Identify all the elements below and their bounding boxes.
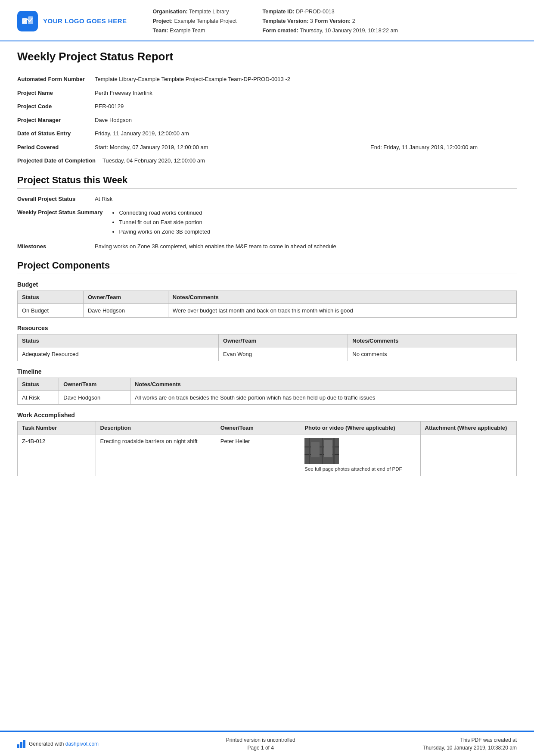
field-milestones: Milestones Paving works on Zone 3B compl…	[17, 242, 517, 251]
field-project-name: Project Name Perth Freeway Interlink	[17, 89, 517, 97]
resources-col-notes: Notes/Comments	[348, 334, 517, 347]
dashpivot-link[interactable]: dashpivot.com	[65, 741, 99, 747]
budget-owner: Dave Hodgson	[83, 304, 168, 318]
work-col-attach: Attachment (Where applicable)	[420, 422, 516, 434]
field-value-milestones: Paving works on Zone 3B completed, which…	[95, 242, 517, 251]
timeline-col-notes: Notes/Comments	[130, 378, 516, 391]
table-row: At Risk Dave Hodgson All works are on tr…	[18, 391, 517, 405]
work-col-task: Task Number	[18, 422, 96, 434]
budget-notes: Were over budget last month and back on …	[168, 304, 516, 318]
list-item: Connecting road works continued	[119, 208, 517, 218]
work-photo: See full page photos attached at end of …	[300, 434, 420, 476]
logo-text: YOUR LOGO GOES HERE	[43, 17, 127, 25]
svg-rect-6	[322, 438, 323, 464]
status-section-heading: Project Status this Week	[17, 175, 517, 189]
table-header-row: Status Owner/Team Notes/Comments	[18, 291, 517, 304]
field-label-project-code: Project Code	[17, 102, 95, 111]
table-header-row: Status Owner/Team Notes/Comments	[18, 378, 517, 391]
timeline-subsection-heading: Timeline	[17, 368, 517, 375]
resources-table: Status Owner/Team Notes/Comments Adequat…	[17, 334, 517, 361]
timeline-table: Status Owner/Team Notes/Comments At Risk…	[17, 378, 517, 405]
resources-col-status: Status	[18, 334, 219, 347]
field-value-weekly-summary: Connecting road works continued Tunnel f…	[109, 208, 517, 237]
field-project-code: Project Code PER-00129	[17, 102, 517, 111]
budget-subsection-heading: Budget	[17, 281, 517, 288]
field-label-milestones: Milestones	[17, 242, 95, 251]
svg-rect-7	[333, 438, 335, 464]
field-project-manager: Project Manager Dave Hodgson	[17, 116, 517, 125]
timeline-owner: Dave Hodgson	[59, 391, 130, 405]
field-date-status-entry: Date of Status Entry Friday, 11 January …	[17, 129, 517, 138]
timeline-notes: All works are on track besides the South…	[130, 391, 516, 405]
work-col-desc: Description	[96, 422, 216, 434]
work-attachment	[420, 434, 516, 476]
page-number: Page 1 of 4	[226, 744, 295, 752]
resources-notes: No comments	[348, 347, 517, 361]
logo-icon	[17, 11, 38, 31]
field-label-overall-status: Overall Project Status	[17, 195, 95, 203]
field-label-automated: Automated Form Number	[17, 75, 95, 84]
list-item: Tunnel fit out on East side portion	[119, 218, 517, 227]
field-value-project-code: PER-00129	[95, 102, 517, 111]
table-row: On Budget Dave Hodgson Were over budget …	[18, 304, 517, 318]
field-label-weekly-summary: Weekly Project Status Summary	[17, 208, 109, 217]
field-value-period-end: End: Friday, 11 January 2019, 12:00:00 a…	[370, 143, 517, 152]
field-value-overall-status: At Risk	[95, 195, 517, 203]
timeline-col-owner: Owner/Team	[59, 378, 130, 391]
resources-status: Adequately Resourced	[18, 347, 219, 361]
field-weekly-summary: Weekly Project Status Summary Connecting…	[17, 208, 517, 237]
work-col-owner: Owner/Team	[216, 422, 300, 434]
weekly-summary-list: Connecting road works continued Tunnel f…	[109, 208, 517, 237]
work-owner: Peter Helier	[216, 434, 300, 476]
header-meta: Organisation: Template Library Project: …	[136, 8, 517, 34]
template-id-row: Template ID: DP-PROD-0013	[263, 8, 398, 16]
field-period-covered: Period Covered Start: Monday, 07 January…	[17, 143, 517, 152]
field-label-project-manager: Project Manager	[17, 116, 95, 125]
budget-col-owner: Owner/Team	[83, 291, 168, 304]
dashpivot-icon	[17, 740, 25, 748]
field-label-projected: Projected Date of Completion	[17, 156, 102, 165]
field-overall-status: Overall Project Status At Risk	[17, 195, 517, 203]
field-label-date-status: Date of Status Entry	[17, 129, 95, 138]
project-row: Project: Example Template Project	[153, 17, 237, 25]
report-title: Weekly Project Status Report	[17, 50, 517, 67]
main-content: Weekly Project Status Report Automated F…	[0, 41, 534, 731]
footer-center: Printed version is uncontrolled Page 1 o…	[226, 736, 295, 752]
work-description: Erecting roadside barriers on night shif…	[96, 434, 216, 476]
photo-thumbnail	[304, 438, 339, 464]
budget-col-status: Status	[18, 291, 84, 304]
header-meta-left: Organisation: Template Library Project: …	[153, 8, 237, 34]
svg-rect-5	[309, 438, 310, 464]
field-projected-completion: Projected Date of Completion Tuesday, 04…	[17, 156, 517, 165]
table-header-row: Task Number Description Owner/Team Photo…	[18, 422, 517, 434]
header-meta-right: Template ID: DP-PROD-0013 Template Versi…	[263, 8, 398, 34]
org-row: Organisation: Template Library	[153, 8, 237, 16]
components-section-heading: Project Components	[17, 260, 517, 274]
page-header: YOUR LOGO GOES HERE Organisation: Templa…	[0, 0, 534, 41]
timeline-status: At Risk	[18, 391, 59, 405]
resources-subsection-heading: Resources	[17, 325, 517, 331]
resources-owner: Evan Wong	[219, 347, 348, 361]
field-value-automated: Template Library-Example Template Projec…	[95, 75, 517, 84]
field-value-project-manager: Dave Hodgson	[95, 116, 517, 125]
pdf-created-label: This PDF was created at	[422, 736, 517, 744]
svg-rect-8	[311, 442, 320, 457]
logo-area: YOUR LOGO GOES HERE	[17, 8, 127, 34]
field-label-period: Period Covered	[17, 143, 95, 152]
work-accomplished-subsection-heading: Work Accomplished	[17, 412, 517, 419]
field-value-projected: Tuesday, 04 February 2020, 12:00:00 am	[102, 156, 517, 165]
form-created-row: Form created: Thursday, 10 January 2019,…	[263, 27, 398, 35]
work-col-photo: Photo or video (Where applicable)	[300, 422, 420, 434]
list-item: Paving works on Zone 3B completed	[119, 227, 517, 237]
page-footer: Generated with dashpivot.com Printed ver…	[0, 731, 534, 756]
svg-rect-9	[324, 440, 332, 457]
footer-left: Generated with dashpivot.com	[17, 740, 99, 748]
budget-table: Status Owner/Team Notes/Comments On Budg…	[17, 291, 517, 318]
work-accomplished-table: Task Number Description Owner/Team Photo…	[17, 421, 517, 476]
field-automated-form-number: Automated Form Number Template Library-E…	[17, 75, 517, 84]
pdf-created-value: Thursday, 10 January 2019, 10:38:20 am	[422, 744, 517, 752]
footer-right: This PDF was created at Thursday, 10 Jan…	[422, 736, 517, 752]
field-label-project-name: Project Name	[17, 89, 95, 97]
work-task: Z-4B-012	[18, 434, 96, 476]
template-version-row: Template Version: 3 Form Version: 2	[263, 17, 398, 25]
